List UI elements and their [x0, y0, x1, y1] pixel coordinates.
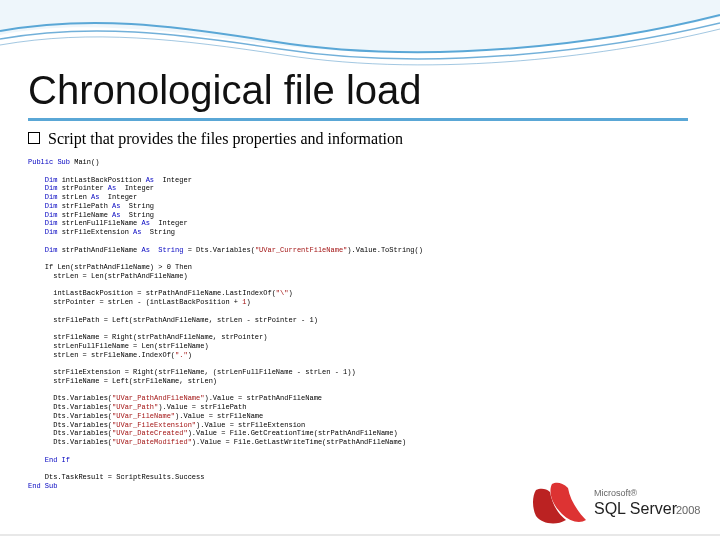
- footer-divider: [0, 534, 720, 536]
- svg-text:SQL Server: SQL Server: [594, 500, 678, 517]
- bullet-text: Script that provides the files propertie…: [28, 130, 403, 148]
- sql-server-logo: Microsoft® SQL Server 2008: [528, 478, 708, 530]
- presentation-slide: Chronological file load Script that prov…: [0, 0, 720, 540]
- title-underline: [28, 118, 688, 121]
- slide-title: Chronological file load: [28, 70, 422, 110]
- bullet-label: Script that provides the files propertie…: [48, 130, 403, 147]
- svg-text:2008: 2008: [676, 504, 700, 516]
- bullet-box-icon: [28, 132, 40, 144]
- svg-text:Microsoft®: Microsoft®: [594, 488, 638, 498]
- code-block: Public Sub Main() Dim intLastBackPositio…: [28, 158, 692, 491]
